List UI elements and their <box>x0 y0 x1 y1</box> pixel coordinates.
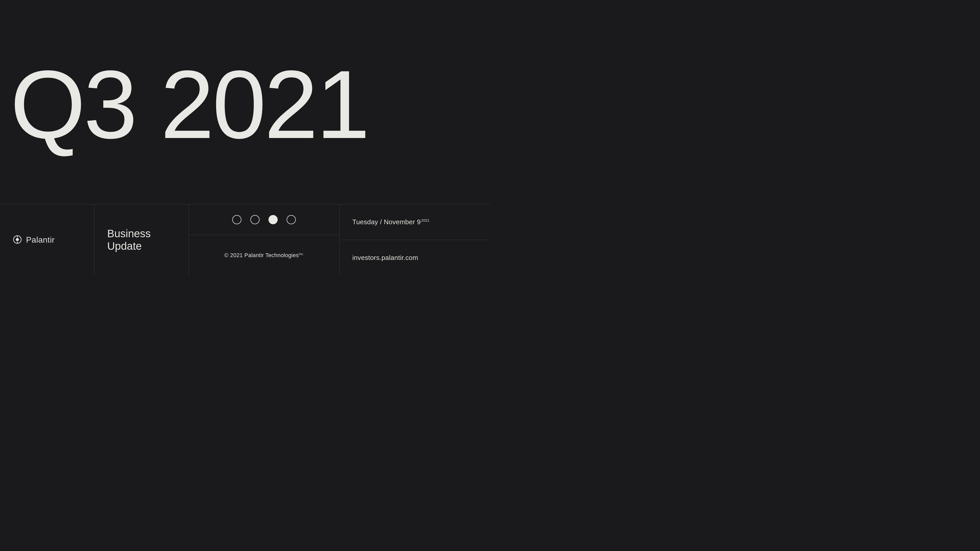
palantir-logo: Palantir <box>13 235 81 245</box>
dot-2 <box>250 215 259 224</box>
investors-url: investors.palantir.com <box>352 254 418 262</box>
business-update-text: Business Update <box>107 227 176 252</box>
date-text: Tuesday / November 92021 <box>352 218 430 226</box>
palantir-icon <box>13 235 22 245</box>
copyright-row: © 2021 Palantir TechnologiesInc. <box>189 235 339 275</box>
footer-right-col: Tuesday / November 92021 investors.palan… <box>340 204 490 275</box>
footer-dots-col: © 2021 Palantir TechnologiesInc. <box>189 204 340 275</box>
hero-title: Q3 2021 <box>10 61 368 148</box>
hero-section: Q3 2021 <box>0 0 490 204</box>
dot-3-filled <box>269 215 278 224</box>
footer-section: Palantir Business Update © 2021 Palantir… <box>0 204 490 275</box>
dots-row <box>189 204 339 235</box>
investors-row: investors.palantir.com <box>340 240 490 275</box>
footer-logo-col: Palantir <box>0 204 94 275</box>
business-update-line2: Update <box>107 240 142 252</box>
dot-4 <box>286 215 296 224</box>
date-row: Tuesday / November 92021 <box>340 204 490 240</box>
footer-update-col: Business Update <box>94 204 189 275</box>
copyright-text: © 2021 Palantir TechnologiesInc. <box>224 252 304 259</box>
business-update-line1: Business <box>107 227 151 240</box>
svg-point-1 <box>16 238 19 241</box>
palantir-logo-text: Palantir <box>26 235 55 245</box>
main-container: Q3 2021 Palantir Business <box>0 0 490 275</box>
dot-1 <box>232 215 242 224</box>
